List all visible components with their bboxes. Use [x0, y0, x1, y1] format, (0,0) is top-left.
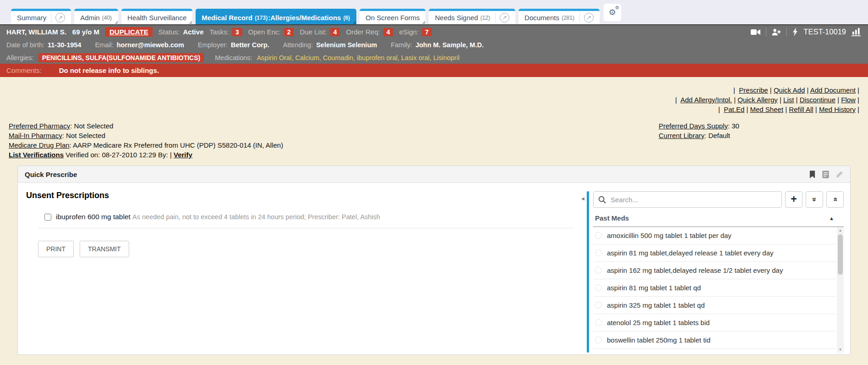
tab-summary[interactable]: Summary ↗	[11, 9, 71, 24]
past-med-label: aspirin 81 mg tablet 1 tablet qd	[607, 284, 701, 292]
edit-pencil-icon[interactable]	[836, 171, 843, 178]
family-value: John M. Sample, M.D.	[415, 41, 484, 49]
settings-gears-button[interactable]: ⚙ ⚙	[604, 4, 621, 21]
action-link[interactable]: Quick Allergy	[737, 96, 778, 104]
esign-count-badge[interactable]: 7	[422, 28, 432, 36]
attending-label: Attending:	[283, 41, 313, 49]
medication-link[interactable]: Lisinopril	[433, 54, 459, 61]
past-meds-header[interactable]: Past Meds ▲	[593, 210, 844, 227]
open-enc-count-badge[interactable]: 2	[284, 28, 294, 36]
search-input[interactable]	[610, 195, 777, 204]
past-med-label: aspirin 81 mg tablet,delayed release 1 t…	[607, 249, 774, 257]
medication-link[interactable]: Calcium	[295, 54, 319, 61]
tab-on-screen-forms[interactable]: On Screen Forms	[360, 9, 426, 24]
popout-icon[interactable]: ↗	[55, 13, 65, 22]
med-radio[interactable]	[595, 337, 602, 343]
double-chevron-up-icon: »	[830, 197, 840, 201]
add-med-button[interactable]: +	[785, 191, 802, 208]
employer-value: Better Corp.	[231, 41, 269, 49]
action-link[interactable]: List	[783, 96, 794, 104]
action-link[interactable]: Add Document	[810, 86, 856, 94]
medication-link[interactable]: Lasix oral	[401, 54, 430, 61]
medicare-drug-plan-link[interactable]: Medicare Drug Plan	[9, 141, 70, 149]
tab-medical-record[interactable]: Medical Record (173) :Allergies/Medicati…	[196, 9, 356, 24]
action-link[interactable]: Discontinue	[800, 96, 835, 104]
action-link[interactable]: Med Sheet	[750, 105, 784, 113]
search-box[interactable]	[593, 191, 782, 208]
medication-link[interactable]: ibuprofen oral	[357, 54, 398, 61]
due-list-label: Due List:	[300, 28, 327, 36]
collapse-left-icon: ◄	[580, 196, 585, 201]
tab-admin-label: Admin	[80, 14, 100, 22]
prescription-checkbox[interactable]	[44, 214, 51, 221]
med-radio[interactable]	[595, 319, 602, 326]
flowsheet-chart-icon[interactable]	[852, 28, 862, 36]
popout-icon[interactable]: ↗	[500, 13, 509, 22]
action-link[interactable]: Refill All	[789, 105, 813, 113]
divider	[495, 13, 496, 23]
bookmark-icon[interactable]	[809, 171, 815, 178]
scrollbar-thumb[interactable]	[838, 234, 843, 275]
past-med-row[interactable]: boswellin tablet 250mg 1 tablet tid	[593, 332, 835, 349]
list-verifications-text: Verified on: 08-27-2010 12:29 By: |	[66, 151, 172, 159]
comments-text: Do not release info to siblings.	[59, 66, 159, 74]
scroll-up-icon[interactable]: ▲	[839, 227, 842, 233]
medication-link[interactable]: Coumadin	[323, 54, 353, 61]
medication-link[interactable]: Aspirin Oral	[257, 54, 292, 61]
past-med-row[interactable]: aspirin 162 mg tablet,delayed release 1/…	[593, 262, 835, 279]
past-med-row[interactable]: atenolol 25 mg tablet 1 tablets bid	[593, 314, 835, 332]
tab-documents-label: Documents	[524, 14, 559, 22]
tab-admin[interactable]: Admin (40)	[74, 9, 118, 24]
tab-needs-signed[interactable]: Needs Signed (12) ↗	[429, 9, 515, 24]
duplicate-badge[interactable]: DUPLICATE	[105, 27, 153, 37]
lightning-bolt-icon[interactable]	[792, 28, 798, 36]
attending-value: Selenium Selenium	[316, 41, 377, 49]
dob-label: Date of birth:	[6, 41, 44, 49]
allergies-label: Allergies:	[6, 54, 34, 61]
allergies-value-badge[interactable]: PENICILLINS, SULFA(SULFONAMIDE ANTIBIOTI…	[38, 53, 204, 62]
action-link[interactable]: Add Allergy/Intol.	[680, 96, 732, 104]
popout-icon[interactable]: ↗	[584, 13, 594, 22]
print-button[interactable]: PRINT	[38, 241, 74, 257]
preferred-pharmacy-link[interactable]: Preferred Pharmacy	[9, 122, 70, 130]
verify-link[interactable]: Verify	[174, 151, 192, 159]
med-radio[interactable]	[595, 232, 602, 239]
add-person-icon[interactable]	[772, 28, 781, 36]
tasks-count-badge[interactable]: 3	[232, 28, 242, 36]
meds-sidebar: ◄ + »	[579, 183, 850, 355]
tab-medical-record-subcount: (6)	[343, 15, 350, 21]
past-med-row[interactable]: aspirin 325 mg tablet 1 tablet qd	[593, 297, 835, 314]
email-label: Email:	[95, 41, 113, 49]
action-link[interactable]: Flow	[841, 96, 856, 104]
current-library-link[interactable]: Current Library	[659, 132, 704, 139]
tab-health-surveillance[interactable]: Health Surveillance	[121, 9, 192, 24]
sort-ascending-icon[interactable]: ▲	[829, 216, 834, 221]
order-req-count-badge[interactable]: 4	[383, 28, 393, 36]
action-link[interactable]: Prescribe	[739, 86, 768, 94]
action-link[interactable]: Pat.Ed	[724, 105, 744, 113]
past-med-row[interactable]: aspirin 81 mg tablet,delayed release 1 t…	[593, 244, 835, 262]
med-radio[interactable]	[595, 249, 602, 256]
past-med-row[interactable]: amoxicillin 500 mg tablet 1 tablet per d…	[593, 227, 835, 244]
prescription-actions: PRINT TRANSMIT	[38, 241, 574, 257]
scroll-down-icon[interactable]: ▼	[839, 346, 842, 353]
list-verifications-link[interactable]: List Verifications	[9, 151, 64, 159]
past-med-row[interactable]: aspirin 81 mg tablet 1 tablet qd	[593, 279, 835, 297]
mail-in-pharmacy-link[interactable]: Mail-In Pharmacy	[9, 132, 62, 139]
action-link[interactable]: Med History	[819, 105, 856, 113]
expand-all-button[interactable]: »	[806, 191, 823, 208]
due-list-count-badge[interactable]: 4	[330, 28, 340, 36]
med-radio[interactable]	[595, 267, 602, 274]
journal-icon[interactable]	[822, 171, 829, 178]
tab-documents[interactable]: Documents (281) ↗	[519, 9, 600, 24]
video-camera-icon[interactable]	[751, 29, 760, 35]
action-link[interactable]: Quick Add	[774, 86, 805, 94]
preferred-days-supply-link[interactable]: Preferred Days Supply	[659, 122, 728, 130]
transmit-button[interactable]: TRANSMIT	[80, 241, 129, 257]
meds-list-scrollbar[interactable]: ▲ ▼	[837, 227, 844, 353]
past-meds-list: amoxicillin 500 mg tablet 1 tablet per d…	[593, 227, 835, 353]
collapse-sidebar-button[interactable]: ◄	[579, 191, 587, 353]
med-radio[interactable]	[595, 284, 602, 291]
med-radio[interactable]	[595, 302, 602, 309]
collapse-all-button[interactable]: »	[826, 191, 844, 208]
